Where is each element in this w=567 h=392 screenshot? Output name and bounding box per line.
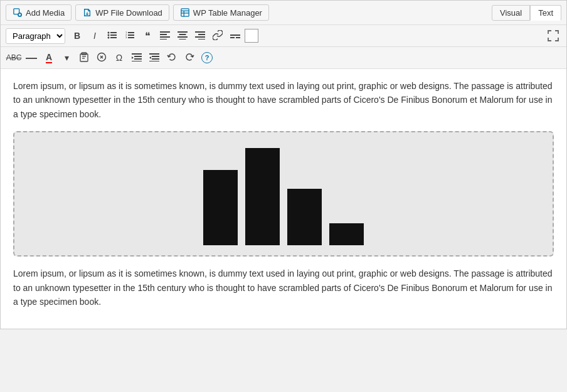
svg-rect-41	[134, 56, 142, 57]
paste-text-button[interactable]	[76, 50, 92, 66]
indent-in-button[interactable]	[129, 50, 145, 66]
svg-marker-49	[149, 56, 151, 59]
view-tabs: Visual Text	[492, 5, 561, 21]
paste-text-icon	[79, 52, 89, 64]
wp-file-download-button[interactable]: WP File Download	[75, 4, 169, 21]
svg-marker-44	[132, 56, 134, 59]
more-button[interactable]	[227, 28, 243, 44]
svg-point-10	[108, 34, 110, 36]
indent-out-button[interactable]	[146, 50, 162, 66]
top-bar: Add Media WP File Download WP Table Mana…	[1, 1, 566, 25]
text-tab[interactable]: Text	[530, 5, 561, 21]
indent-out-icon	[149, 53, 159, 63]
svg-rect-24	[178, 31, 188, 33]
align-center-icon	[178, 31, 188, 41]
paragraph-2: Lorem ipsum, or lipsum as it is sometime…	[13, 267, 554, 309]
paragraph-select[interactable]: Paragraph	[6, 28, 65, 44]
ul-icon	[107, 30, 117, 42]
help-icon: ?	[201, 52, 213, 63]
svg-rect-23	[160, 39, 167, 40]
bold-button[interactable]: B	[69, 28, 85, 44]
svg-rect-27	[179, 39, 186, 40]
chart-bar	[203, 170, 238, 245]
svg-rect-9	[110, 32, 117, 33]
svg-rect-4	[181, 9, 189, 16]
svg-rect-42	[134, 58, 142, 60]
svg-rect-47	[152, 58, 159, 60]
indent-in-icon	[132, 53, 142, 63]
editor-wrapper: Add Media WP File Download WP Table Mana…	[0, 0, 567, 329]
visual-tab[interactable]: Visual	[492, 5, 530, 21]
omega-icon: Ω	[116, 53, 122, 63]
strikethrough-icon: ABC	[6, 53, 22, 62]
wp-table-label: WP Table Manager	[193, 8, 262, 18]
svg-rect-26	[178, 36, 188, 38]
svg-rect-30	[195, 36, 205, 38]
align-left-button[interactable]	[157, 28, 173, 44]
svg-rect-33	[230, 37, 235, 38]
svg-rect-15	[128, 32, 134, 33]
svg-rect-19	[128, 37, 134, 38]
chart-bar	[245, 148, 280, 245]
link-button[interactable]	[209, 28, 226, 44]
add-media-icon	[13, 8, 23, 18]
font-color-dropdown[interactable]: ▾	[58, 50, 75, 66]
svg-rect-11	[110, 34, 117, 36]
svg-rect-29	[198, 34, 205, 35]
link-icon	[213, 30, 223, 42]
undo-button[interactable]	[164, 50, 180, 66]
chart-bar	[329, 223, 364, 245]
svg-text:3.: 3.	[125, 36, 127, 39]
more-icon	[230, 31, 240, 41]
strikethrough-button[interactable]: ABC	[6, 50, 22, 66]
font-color-icon: A	[46, 52, 52, 63]
format-bar-row2: ABC — A ▾ Ω	[1, 47, 566, 69]
clear-formatting-icon	[97, 52, 107, 64]
wp-table-icon	[180, 8, 190, 18]
wp-file-icon	[82, 8, 92, 18]
svg-rect-45	[149, 53, 159, 55]
ol-icon: 1.2.3.	[125, 30, 135, 42]
svg-rect-25	[179, 34, 186, 35]
paragraph-1: Lorem ipsum, or lipsum as it is sometime…	[13, 79, 554, 121]
redo-icon	[184, 52, 194, 64]
svg-rect-34	[236, 37, 240, 38]
svg-rect-20	[160, 31, 170, 33]
color-box[interactable]	[245, 29, 258, 43]
font-color-button[interactable]: A	[41, 50, 57, 66]
redo-button[interactable]	[181, 50, 198, 66]
svg-rect-13	[110, 37, 117, 38]
svg-rect-46	[152, 56, 159, 57]
chart-container[interactable]	[13, 131, 554, 257]
svg-point-12	[108, 36, 110, 38]
ul-button[interactable]	[104, 28, 120, 44]
svg-rect-21	[160, 34, 167, 35]
help-button[interactable]: ?	[199, 50, 215, 66]
align-right-button[interactable]	[192, 28, 208, 44]
ol-button[interactable]: 1.2.3.	[122, 28, 138, 44]
undo-icon	[167, 52, 177, 64]
svg-rect-3	[19, 14, 21, 16]
blockquote-button[interactable]: ❝	[139, 28, 156, 44]
hr-button[interactable]: —	[23, 50, 40, 66]
chart-bar	[287, 189, 322, 245]
wp-table-manager-button[interactable]: WP Table Manager	[173, 4, 269, 21]
svg-rect-43	[132, 61, 142, 61]
svg-rect-36	[80, 54, 88, 61]
special-char-button[interactable]: Ω	[111, 50, 127, 66]
fullscreen-button[interactable]	[545, 28, 561, 44]
svg-rect-48	[149, 61, 159, 61]
svg-rect-17	[128, 34, 134, 36]
italic-button[interactable]: I	[87, 28, 103, 44]
svg-rect-28	[195, 31, 205, 33]
format-bar-row1: Paragraph B I 1.2.3. ❝	[1, 25, 566, 47]
clear-formatting-button[interactable]	[93, 50, 110, 66]
align-left-icon	[160, 31, 170, 41]
wp-file-label: WP File Download	[95, 8, 162, 18]
svg-point-8	[108, 31, 110, 33]
align-center-button[interactable]	[174, 28, 191, 44]
svg-rect-22	[160, 36, 170, 38]
add-media-button[interactable]: Add Media	[6, 4, 72, 21]
editor-content[interactable]: Lorem ipsum, or lipsum as it is sometime…	[1, 69, 566, 329]
add-media-label: Add Media	[26, 8, 65, 18]
